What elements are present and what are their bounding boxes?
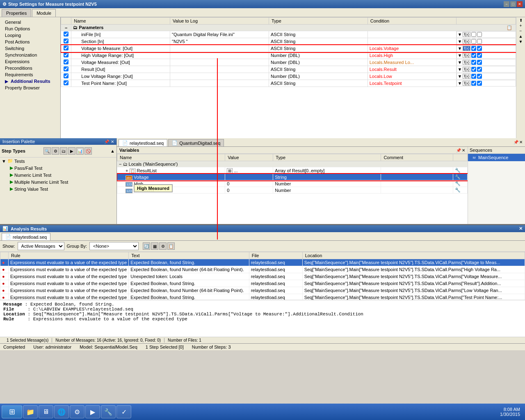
cond-checkbox[interactable] [477, 32, 482, 37]
rule-cell[interactable]: Expressions must evaluate to a value of … [9, 287, 129, 294]
var-value-cell[interactable]: 0 [225, 180, 273, 187]
dropdown-icon[interactable]: ▼ [457, 67, 462, 72]
log-checkbox[interactable] [471, 53, 476, 58]
var-icon-cell[interactable]: 🔧 [453, 187, 467, 194]
params-add-icon[interactable]: 📋 [507, 25, 512, 30]
start-button[interactable]: ⊞ [2, 405, 22, 418]
row-checkbox[interactable] [64, 46, 68, 50]
fx-icon[interactable]: f(x) [463, 32, 470, 37]
minimize-button[interactable]: − [504, 1, 509, 7]
palette-btn-5[interactable]: 📊 [76, 147, 84, 155]
cond-checkbox[interactable] [477, 74, 482, 79]
tab-module[interactable]: Module [32, 9, 56, 17]
row-checkbox-cell[interactable] [61, 80, 71, 87]
palette-btn-4[interactable]: ▶ [68, 147, 75, 155]
row-checkbox-cell[interactable] [61, 52, 71, 59]
row-condition-cell[interactable]: Locals.Voltage [368, 45, 457, 52]
sidebar-item-post-actions[interactable]: Post Actions [0, 39, 60, 45]
expand-icon[interactable]: + [126, 168, 128, 173]
table-icon[interactable]: ⊞ [227, 168, 233, 173]
minus-icon[interactable]: − [517, 29, 524, 33]
locals-expand-icon[interactable]: − [119, 162, 121, 167]
row-checkbox[interactable] [64, 80, 68, 85]
taskbar-app-btn[interactable]: ▶ [85, 405, 100, 418]
fx-icon[interactable]: f(x) [463, 46, 470, 51]
add-icon[interactable]: + [517, 23, 524, 28]
rule-cell[interactable]: Expressions must evaluate to a value of … [9, 259, 129, 266]
rule-cell[interactable]: Expressions must evaluate to a value of … [9, 294, 129, 300]
row-condition-cell[interactable]: Locals.Low [368, 73, 457, 80]
row-checkbox[interactable] [64, 73, 68, 78]
sidebar-item-requirements[interactable]: Requirements [0, 71, 60, 78]
row-condition-cell[interactable] [368, 31, 457, 38]
dropdown-icon[interactable]: ▼ [457, 60, 462, 65]
fx-icon[interactable]: f(x) [463, 60, 470, 65]
row-condition-cell[interactable]: Locals.Measured Lo... [368, 59, 457, 66]
row-condition-cell[interactable] [368, 38, 457, 45]
dropdown-icon[interactable]: ▼ [457, 32, 462, 37]
row-value-cell[interactable]: "Quantum Digital Relay File.ini" [170, 31, 269, 38]
filter-icon[interactable]: ▦ [151, 242, 158, 250]
row-checkbox-cell[interactable] [61, 31, 71, 38]
sidebar-item-property-browser[interactable]: Property Browser [0, 84, 60, 91]
settings-icon[interactable]: ⚙ [159, 242, 167, 250]
tab-properties[interactable]: Properties [2, 9, 31, 17]
row-checkbox[interactable] [64, 39, 68, 43]
close-button[interactable]: ✕ [517, 1, 523, 7]
fx-icon[interactable]: f(x) [463, 81, 470, 86]
dropdown-icon[interactable]: ▼ [457, 39, 462, 44]
row-checkbox-cell[interactable] [61, 59, 71, 66]
taskbar-browser-btn[interactable]: 🌐 [54, 405, 69, 418]
var-icon-cell[interactable]: 🔧 [453, 167, 467, 174]
cond-checkbox[interactable] [477, 39, 482, 44]
tab-quantumdigital[interactable]: 📄 QuantumDigitad.seq [168, 139, 224, 146]
rule-cell[interactable]: Expressions must evaluate to a value of … [9, 266, 129, 273]
analysis-close-icon[interactable]: ✕ [519, 226, 523, 231]
row-value-cell[interactable] [170, 52, 269, 59]
var-icon-cell[interactable]: 🔧 [453, 174, 467, 180]
list-item[interactable]: ▶ String Value Test [0, 185, 116, 192]
row-value-cell[interactable] [170, 66, 269, 73]
row-checkbox-cell[interactable] [61, 66, 71, 73]
export-icon[interactable]: 📋 [167, 242, 175, 250]
cond-checkbox[interactable] [477, 81, 482, 86]
taskbar-check-btn[interactable]: ✓ [116, 405, 131, 418]
fx-icon[interactable]: f(x) [463, 53, 470, 58]
row-condition-cell[interactable]: Locals.Result [368, 66, 457, 73]
group-expand-icon[interactable]: − [61, 25, 71, 31]
maximize-button[interactable]: □ [510, 1, 516, 7]
scroll-down-icon[interactable]: ▼ [517, 39, 524, 44]
tab-relaytestload[interactable]: 📄 relaytestload.seq [119, 139, 167, 146]
sidebar-item-synchronization[interactable]: Synchronization [0, 52, 60, 58]
sidebar-item-switching[interactable]: Switching [0, 45, 60, 52]
taskbar-chrome-btn[interactable]: ⚙ [70, 405, 84, 418]
sidebar-item-preconditions[interactable]: Preconditions [0, 65, 60, 71]
dropdown-icon[interactable]: ▼ [457, 53, 462, 58]
palette-btn-6[interactable]: 🚫 [84, 147, 92, 155]
row-checkbox[interactable] [64, 66, 68, 71]
rule-cell[interactable]: Expressions must evaluate to a value of … [9, 273, 129, 280]
fx-icon[interactable]: f(x) [463, 74, 470, 79]
sidebar-item-expressions[interactable]: Expressions [0, 58, 60, 65]
seq-pin-icon[interactable]: 📌 [514, 140, 518, 146]
taskbar-tool-btn[interactable]: 🔧 [101, 405, 116, 418]
log-checkbox[interactable] [471, 67, 476, 72]
cond-checkbox[interactable] [477, 60, 482, 65]
row-condition-cell[interactable]: Locals.Testpoint [368, 80, 457, 87]
taskbar-monitor-btn[interactable]: 🖥 [39, 405, 53, 418]
row-checkbox[interactable] [64, 32, 68, 37]
list-item[interactable]: ▶ Numeric Limit Test [0, 171, 116, 178]
cond-checkbox[interactable] [477, 53, 482, 58]
log-checkbox[interactable] [471, 32, 476, 37]
group-by-select[interactable]: <None> [89, 242, 139, 250]
scroll-up-icon[interactable]: ▲ [517, 34, 524, 39]
taskbar-folder-btn[interactable]: 📁 [23, 405, 38, 418]
sidebar-item-additional-results[interactable]: ▶ Additional Results [0, 78, 60, 84]
sidebar-item-general[interactable]: General [0, 19, 60, 25]
palette-btn-1[interactable]: 🔍 [43, 147, 51, 155]
row-value-cell[interactable] [170, 45, 269, 52]
cond-checkbox[interactable] [477, 67, 482, 72]
var-value-cell[interactable]: 0 [225, 187, 273, 194]
tests-folder[interactable]: ▼ 📁 Tests [0, 158, 116, 164]
row-value-cell[interactable] [170, 80, 269, 87]
